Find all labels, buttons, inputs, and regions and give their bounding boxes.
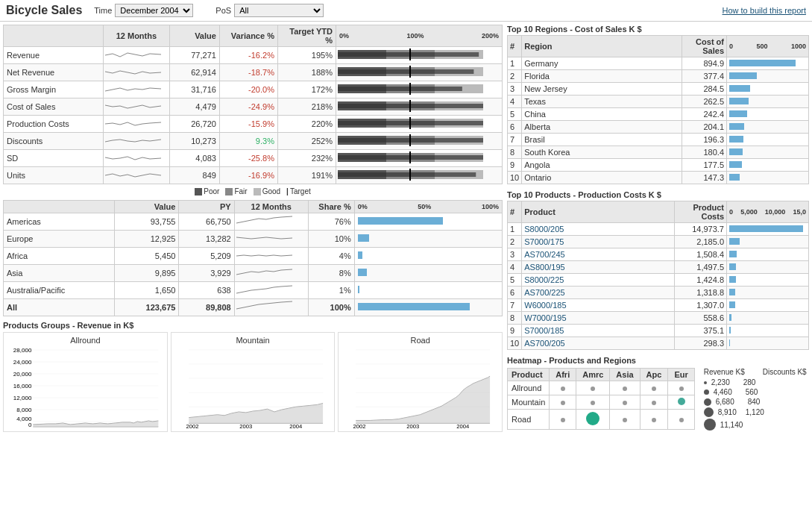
geo-sparkline [234, 231, 308, 248]
kpi-variance: -24.9% [219, 98, 277, 116]
svg-text:2004: 2004 [119, 427, 133, 428]
kpi-target: 218% [277, 98, 336, 116]
svg-text:28,000: 28,000 [13, 347, 32, 354]
product-name: AS800/195 [522, 261, 675, 274]
kpi-legend: Poor Fair Good | Target [3, 187, 503, 195]
product-value: 1,424.8 [675, 274, 727, 287]
geo-py: 638 [179, 282, 234, 299]
geo-sparkline [234, 299, 308, 316]
product-row: 9 S7000/185 375.1 [508, 325, 809, 337]
region-col-name: Region [522, 36, 682, 57]
geo-value: 123,675 [114, 299, 179, 316]
region-bar [727, 57, 809, 70]
kpi-variance: -15.9% [219, 116, 277, 133]
region-row: 4 Texas 262.5 [508, 96, 809, 108]
svg-marker-66 [189, 404, 323, 424]
product-col-chart: 05,00010,00015,0 [727, 201, 809, 223]
region-name: Germany [522, 57, 682, 70]
product-name: S8000/225 [522, 274, 675, 287]
heatmap-col-product: Product [508, 369, 550, 381]
kpi-bullet [336, 116, 502, 133]
geo-value: 5,450 [114, 248, 179, 265]
heatmap-legend: Revenue K$Discounts K$ 2,230280 4,460560 [704, 368, 807, 432]
svg-text:2003: 2003 [67, 427, 81, 428]
road-chart: Road [338, 332, 503, 432]
product-col-cost: Product Costs [675, 201, 727, 223]
geo-bar [354, 231, 502, 248]
pos-select[interactable]: All [234, 4, 324, 17]
geo-col-value: Value [114, 201, 179, 213]
geo-py: 13,282 [179, 231, 234, 248]
time-select[interactable]: December 2004 [115, 4, 193, 17]
product-rank: 3 [508, 248, 522, 261]
heatmap-section: Heatmap - Products and Regions Product A… [507, 356, 809, 432]
product-name: AS700/205 [522, 337, 675, 350]
region-bar [727, 146, 809, 159]
kpi-target: 191% [277, 167, 336, 184]
geo-bar [354, 282, 502, 299]
kpi-variance: -16.9% [219, 167, 277, 184]
geo-value: 1,650 [114, 282, 179, 299]
region-rank: 3 [508, 83, 522, 96]
mountain-title: Mountain [174, 336, 332, 345]
heatmap-legend-row-5: 11,140 [704, 419, 807, 431]
top10-products-title: Top 10 Products - Production Costs K $ [507, 190, 809, 199]
region-value: 180.4 [682, 146, 727, 159]
product-bar [727, 274, 809, 287]
region-value: 204.1 [682, 121, 727, 134]
region-row: 8 South Korea 180.4 [508, 146, 809, 159]
region-name: South Korea [522, 146, 682, 159]
geo-value: 9,895 [114, 265, 179, 282]
help-link[interactable]: How to build this report [723, 6, 807, 15]
svg-text:2002: 2002 [353, 423, 366, 428]
kpi-bullet [336, 81, 502, 98]
geo-py: 5,209 [179, 248, 234, 265]
region-bar [727, 83, 809, 96]
geo-share: 8% [308, 265, 354, 282]
main-content: 12 Months Value Variance % Target YTD % … [0, 22, 812, 435]
heatmap-row-mountain: Mountain [508, 395, 695, 410]
product-row: 7 W6000/185 1,307.0 [508, 299, 809, 312]
svg-text:2003: 2003 [239, 423, 252, 428]
svg-text:2002: 2002 [30, 427, 43, 428]
kpi-sparkline [103, 81, 169, 98]
region-bar [727, 121, 809, 134]
heatmap-table: Product Afri Amrc Asia Apc Eur Allround [507, 368, 695, 430]
kpi-variance: -16.2% [219, 47, 277, 64]
svg-rect-8 [338, 69, 473, 74]
app-container: Bicycle Sales Time December 2004 PoS All… [0, 0, 812, 435]
kpi-row: Discounts 10,273 9.3% 252% [4, 133, 503, 150]
product-row: 6 AS700/225 1,318.8 [508, 287, 809, 299]
svg-text:2004: 2004 [289, 423, 303, 428]
geo-row: Africa 5,450 5,209 4% [4, 248, 503, 265]
geo-row: Europe 12,925 13,282 10% [4, 231, 503, 248]
region-bar [727, 159, 809, 172]
svg-text:24,000: 24,000 [13, 359, 32, 366]
kpi-bullet [336, 98, 502, 116]
region-value: 242.4 [682, 108, 727, 121]
region-rank: 10 [508, 172, 522, 184]
kpi-value: 849 [169, 167, 219, 184]
region-rank: 2 [508, 70, 522, 83]
geo-share: 4% [308, 248, 354, 265]
geo-col-12m: 12 Months [234, 201, 308, 213]
geo-label: All [4, 299, 115, 316]
kpi-sparkline [103, 98, 169, 116]
heatmap-legend-headers: Revenue K$Discounts K$ [704, 368, 807, 376]
kpi-col-chart: 0%100%200% [336, 25, 502, 47]
heatmap-col-afri: Afri [550, 369, 576, 381]
geo-bar [354, 265, 502, 282]
geo-sparkline [234, 248, 308, 265]
kpi-row: Net Revenue 62,914 -18.7% 188% [4, 64, 503, 81]
product-bar [727, 337, 809, 350]
kpi-target: 220% [277, 116, 336, 133]
kpi-label: Units [4, 167, 104, 184]
geo-label: Asia [4, 265, 115, 282]
top10-regions-title: Top 10 Regions - Cost of Sales K $ [507, 25, 809, 34]
kpi-variance: -25.8% [219, 150, 277, 167]
allround-chart-area: 28,000 24,000 20,000 16,000 12,000 8,000… [7, 346, 164, 428]
region-rank: 9 [508, 159, 522, 172]
product-value: 1,497.5 [675, 261, 727, 274]
heatmap-col-amrc: Amrc [576, 369, 610, 381]
kpi-sparkline [103, 167, 169, 184]
